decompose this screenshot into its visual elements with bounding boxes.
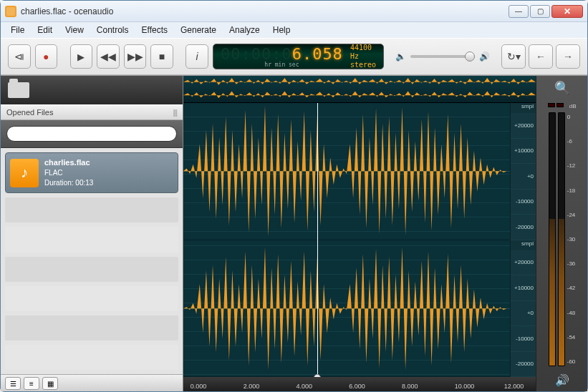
app-window: charlies.flac - ocenaudio — ▢ ✕ File Edi… xyxy=(0,0,588,392)
play-button[interactable]: ▶ xyxy=(70,44,93,69)
menu-generate[interactable]: Generate xyxy=(175,24,222,36)
minimize-button[interactable]: — xyxy=(509,5,529,18)
db-label: dB xyxy=(565,103,577,109)
view-compact-button[interactable]: ≡ xyxy=(24,377,39,390)
forward-button[interactable]: ▶▶ xyxy=(124,44,147,69)
titlebar[interactable]: charlies.flac - ocenaudio — ▢ ✕ xyxy=(1,1,587,22)
view-list-button[interactable]: ☰ xyxy=(5,377,21,390)
svg-marker-0 xyxy=(183,106,510,237)
history-button[interactable]: ↻▾ xyxy=(501,44,526,69)
sidebar-viewmode: ☰ ≡ ▦ xyxy=(1,374,183,391)
menu-effects[interactable]: Effects xyxy=(136,24,173,36)
nav-back-button[interactable]: ← xyxy=(529,44,553,69)
stop-button[interactable]: ■ xyxy=(150,44,173,69)
menu-file[interactable]: File xyxy=(5,24,30,36)
waveform-overview[interactable] xyxy=(183,76,536,103)
menubar: File Edit View Controls Effects Generate… xyxy=(1,22,587,38)
playhead-cursor[interactable] xyxy=(317,103,318,377)
menu-help[interactable]: Help xyxy=(267,24,297,36)
amplitude-ruler: smpl +20000 +10000 +0 -10000 -20000 smpl… xyxy=(510,103,536,377)
rewind-button[interactable]: ◀◀ xyxy=(97,44,120,69)
menu-edit[interactable]: Edit xyxy=(32,24,58,36)
list-item xyxy=(5,315,178,340)
music-note-icon: ♪ xyxy=(10,159,39,187)
volume-control: 🔈 🔊 xyxy=(395,52,490,62)
zoom-icon[interactable]: 🔍 xyxy=(554,80,570,96)
folder-icon[interactable] xyxy=(8,82,29,98)
content-area: Opened Files ||| ⌕ ♪ charlies.flac FLAC … xyxy=(1,75,587,391)
volume-slider[interactable] xyxy=(410,55,475,58)
file-list: ♪ charlies.flac FLAC Duration: 00:13 xyxy=(1,148,183,374)
time-unit-labels: hr min sec xyxy=(264,62,299,68)
waveform-channel-left xyxy=(183,103,510,240)
time-ruler[interactable]: 0.000 2.000 4.000 6.000 8.000 10.000 12.… xyxy=(183,377,536,391)
speaker-icon[interactable]: 🔊 xyxy=(555,373,569,387)
level-meter-left xyxy=(549,112,556,366)
record-button[interactable]: ● xyxy=(35,44,58,69)
sample-rate: 44100 Hz xyxy=(350,44,376,61)
sidebar-header: Opened Files ||| xyxy=(1,104,183,120)
wave-area: smpl +20000 +10000 +0 -10000 -20000 smpl… xyxy=(183,76,587,391)
svg-marker-1 xyxy=(183,247,510,369)
list-item xyxy=(5,257,178,282)
window-title: charlies.flac - ocenaudio xyxy=(21,6,509,16)
list-item xyxy=(5,227,178,252)
search-input[interactable] xyxy=(6,126,177,142)
waveform-main[interactable] xyxy=(183,103,510,377)
level-meter-right xyxy=(558,112,565,366)
channel-mode: stereo xyxy=(350,61,376,69)
skip-back-button[interactable]: ⧏ xyxy=(8,44,31,69)
list-item xyxy=(5,286,178,311)
toolbar: ⧏ ● ▶ ◀◀ ▶▶ ■ i 00:00:06.058 hr min sec … xyxy=(1,38,587,75)
speaker-low-icon: 🔈 xyxy=(395,52,406,62)
view-grid-button[interactable]: ▦ xyxy=(42,377,58,390)
clip-indicator-left xyxy=(548,103,555,107)
close-button[interactable]: ✕ xyxy=(551,5,583,18)
volume-thumb[interactable] xyxy=(465,52,475,62)
maximize-button[interactable]: ▢ xyxy=(530,5,550,18)
sidebar-top xyxy=(1,76,183,104)
app-icon xyxy=(5,6,16,17)
clip-indicator-right xyxy=(556,103,564,107)
menu-analyze[interactable]: Analyze xyxy=(223,24,266,36)
time-lit: 6.058 xyxy=(292,45,343,63)
time-display: 00:00:06.058 hr min sec 44100 Hz stereo xyxy=(213,44,384,69)
list-item xyxy=(5,197,178,222)
info-button[interactable]: i xyxy=(185,44,208,69)
file-format: FLAC xyxy=(44,168,93,178)
meter-panel: 🔍 dB 0 -6 -12 -18 -24 -30 xyxy=(536,76,587,391)
sidebar-title: Opened Files xyxy=(6,108,53,117)
menu-controls[interactable]: Controls xyxy=(91,24,135,36)
db-scale: 0 -6 -12 -18 -24 -30 -36 -42 -48 -54 -60 xyxy=(567,112,576,366)
speaker-high-icon: 🔊 xyxy=(479,52,490,62)
sidebar: Opened Files ||| ⌕ ♪ charlies.flac FLAC … xyxy=(1,76,183,391)
grip-icon[interactable]: ||| xyxy=(173,108,177,117)
file-name: charlies.flac xyxy=(44,157,93,168)
file-item[interactable]: ♪ charlies.flac FLAC Duration: 00:13 xyxy=(5,152,178,193)
menu-view[interactable]: View xyxy=(59,24,90,36)
time-dim: 00:00:0 xyxy=(221,45,292,63)
waveform-channel-right xyxy=(183,240,510,378)
file-duration: Duration: 00:13 xyxy=(44,178,93,188)
nav-forward-button[interactable]: → xyxy=(556,44,580,69)
list-item xyxy=(5,345,178,370)
